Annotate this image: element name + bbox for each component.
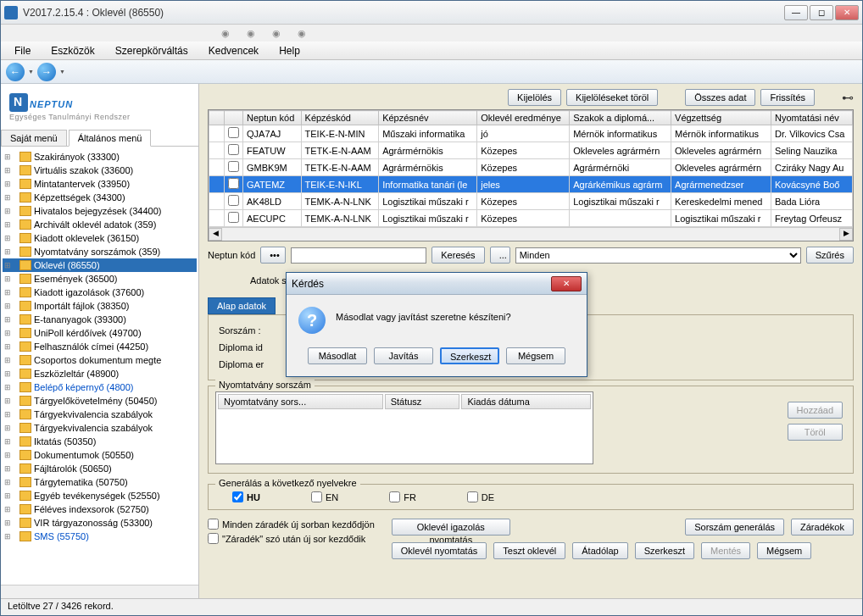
tree-item[interactable]: Csoportos dokumentum megte (3, 353, 197, 367)
search-button[interactable]: Keresés (432, 247, 484, 264)
tree-scrollbar[interactable] (1, 585, 198, 598)
dlg-szerkeszt-button[interactable]: Szerkeszt (440, 347, 499, 364)
tree-item[interactable]: Tárgyelőkövetelmény (50450) (3, 394, 197, 408)
menu-tools[interactable]: Eszközök (42, 43, 103, 58)
row-checkbox[interactable] (228, 161, 239, 172)
megsem-button[interactable]: Mégsem (757, 542, 811, 559)
check-zaradek-ujsor[interactable]: Minden záradék új sorban kezdődjön (208, 519, 375, 530)
lang-hu[interactable]: HU (232, 491, 260, 502)
filter-select[interactable]: Minden (515, 247, 801, 264)
tree-item[interactable]: Oklevél (86550) (3, 258, 197, 272)
sec-tab[interactable]: ◉ (247, 28, 255, 39)
row-checkbox[interactable] (228, 178, 239, 189)
table-row[interactable]: FEATUWTETK-E-N-AAMAgrármérnökisKözepesOk… (209, 142, 853, 159)
grid-hscroll[interactable]: ◀ ▶ (209, 227, 853, 241)
col-statusz[interactable]: Státusz (385, 394, 460, 409)
forward-button[interactable]: → (37, 63, 56, 81)
lang-en[interactable]: EN (311, 491, 338, 502)
table-row[interactable]: AK48LDTEMK-A-N-LNKLogisztikai műszaki rK… (209, 193, 853, 210)
maximize-button[interactable]: ◻ (810, 5, 833, 20)
menu-tree[interactable]: Szakirányok (33300)Virtuális szakok (336… (1, 147, 198, 585)
scroll-left-icon[interactable]: ◀ (209, 228, 222, 241)
nyomtatvany-grid[interactable]: Nyomtatvány sors... Státusz Kiadás dátum… (215, 391, 593, 464)
minimize-button[interactable]: — (784, 5, 808, 20)
lang-fr[interactable]: FR (389, 491, 416, 502)
select-button[interactable]: Kijelölés (508, 89, 561, 106)
delete-button[interactable]: Töröl (788, 424, 843, 441)
back-button[interactable]: ← (6, 63, 25, 81)
grid-header[interactable]: Képzéskód (301, 111, 379, 125)
tree-item[interactable]: Belépő képernyő (4800) (3, 380, 197, 394)
tree-item[interactable]: Mintatantervek (33950) (3, 177, 197, 191)
tab-own-menu[interactable]: Saját menü (1, 130, 67, 146)
menu-fav[interactable]: Kedvencek (200, 43, 267, 58)
atadolap-button[interactable]: Átadólap (572, 542, 627, 559)
teszt-oklevel-button[interactable]: Teszt oklevél (493, 542, 565, 559)
fwd-drop-icon[interactable]: ▼ (59, 69, 65, 75)
scroll-right-icon[interactable]: ▶ (839, 228, 853, 241)
grid-header[interactable]: Végzettség (671, 111, 771, 125)
search-more-button[interactable]: ... (490, 247, 510, 264)
tab-alap-adatok[interactable]: Alap adatok (208, 297, 276, 314)
all-data-button[interactable]: Összes adat (685, 89, 755, 106)
table-row[interactable]: QJA7AJTEIK-E-N-MINMűszaki informatikajóM… (209, 125, 853, 142)
tree-item[interactable]: Kiadott igazolások (37600) (3, 286, 197, 299)
tree-item[interactable]: Fájltárolók (50650) (3, 462, 197, 475)
tree-item[interactable]: Iktatás (50350) (3, 435, 197, 448)
tree-item[interactable]: Archivált oklevél adatok (359) (3, 218, 197, 231)
tree-item[interactable]: Szakirányok (33300) (3, 150, 197, 164)
row-checkbox[interactable] (228, 195, 239, 206)
tree-item[interactable]: Képzettségek (34300) (3, 191, 197, 204)
close-button[interactable]: ✕ (835, 5, 859, 20)
tree-item[interactable]: Nyomtatvány sorszámok (359) (3, 245, 197, 258)
grid-header[interactable]: Képzésnév (379, 111, 477, 125)
tree-item[interactable]: UniPoll kérdőívek (49700) (3, 326, 197, 340)
tree-item[interactable]: Felhasználók címei (44250) (3, 340, 197, 353)
tree-item[interactable]: Kiadott oklevelek (36150) (3, 231, 197, 245)
tree-item[interactable]: Tárgytematika (50750) (3, 475, 197, 489)
tree-item[interactable]: Tárgyekvivalencia szabályok (3, 408, 197, 421)
tree-item[interactable]: Egyéb tevékenységek (52550) (3, 489, 197, 502)
tree-item[interactable]: Féléves indexsorok (52750) (3, 502, 197, 516)
tree-item[interactable]: Importált fájlok (38350) (3, 299, 197, 313)
tree-item[interactable]: Eszközleltár (48900) (3, 367, 197, 380)
tree-item[interactable]: Dokumentumok (50550) (3, 448, 197, 462)
sec-tab[interactable]: ◉ (272, 28, 281, 39)
row-checkbox[interactable] (228, 127, 239, 138)
sorszam-gen-button[interactable]: Sorszám generálás (685, 519, 784, 536)
pin-icon[interactable]: ⊷ (842, 91, 854, 104)
oklevel-nyomt-button[interactable]: Oklevél nyomtatás (392, 542, 487, 559)
search-field-picker[interactable]: ••• (260, 247, 286, 264)
table-row[interactable]: GMBK9MTETK-E-N-AAMAgrármérnökisKözepesAg… (209, 159, 853, 176)
grid-header[interactable]: Szakok a diplomá... (570, 111, 671, 125)
dialog-close-button[interactable]: ✕ (551, 276, 582, 291)
add-button[interactable]: Hozzáad (788, 402, 843, 419)
tree-item[interactable]: Események (36500) (3, 272, 197, 286)
col-ny-sorszam[interactable]: Nyomtatvány sors... (218, 394, 383, 409)
szerkeszt-button[interactable]: Szerkeszt (635, 542, 694, 559)
grid-header[interactable]: Nyomtatási név (771, 111, 853, 125)
clear-selection-button[interactable]: Kijelöléseket töröl (566, 89, 658, 106)
grid-header[interactable]: Oklevél eredménye (477, 111, 570, 125)
tree-item[interactable]: E-tananyagok (39300) (3, 313, 197, 326)
tab-general-menu[interactable]: Általános menü (69, 130, 152, 147)
sec-tab[interactable]: ◉ (221, 28, 230, 39)
javitas-button[interactable]: Javítás (374, 347, 433, 364)
oklevel-igazolas-button[interactable]: Oklevél igazolás nyomtatás (392, 519, 510, 536)
refresh-button[interactable]: Frissítés (760, 89, 815, 106)
filter-button[interactable]: Szűrés (806, 247, 854, 264)
tree-item[interactable]: Hivatalos bejegyzések (34400) (3, 204, 197, 218)
tree-item[interactable]: Virtuális szakok (33600) (3, 164, 197, 177)
menu-roles[interactable]: Szerepkörváltás (107, 43, 197, 58)
grid-header[interactable]: Neptun kód (243, 111, 302, 125)
zaradekok-button[interactable]: Záradékok (791, 519, 854, 536)
sec-tab[interactable]: ◉ (298, 28, 306, 39)
menu-file[interactable]: File (6, 43, 39, 58)
lang-de[interactable]: DE (467, 491, 494, 502)
col-kiadas[interactable]: Kiadás dátuma (461, 394, 591, 409)
back-drop-icon[interactable]: ▼ (28, 69, 34, 75)
mentes-button[interactable]: Mentés (701, 542, 750, 559)
check-zaradek-szo[interactable]: "Záradék" szó után új sor kezdődik (208, 533, 375, 544)
data-grid[interactable]: Neptun kódKépzéskódKépzésnévOklevél ered… (208, 109, 854, 241)
search-input[interactable] (291, 247, 426, 264)
